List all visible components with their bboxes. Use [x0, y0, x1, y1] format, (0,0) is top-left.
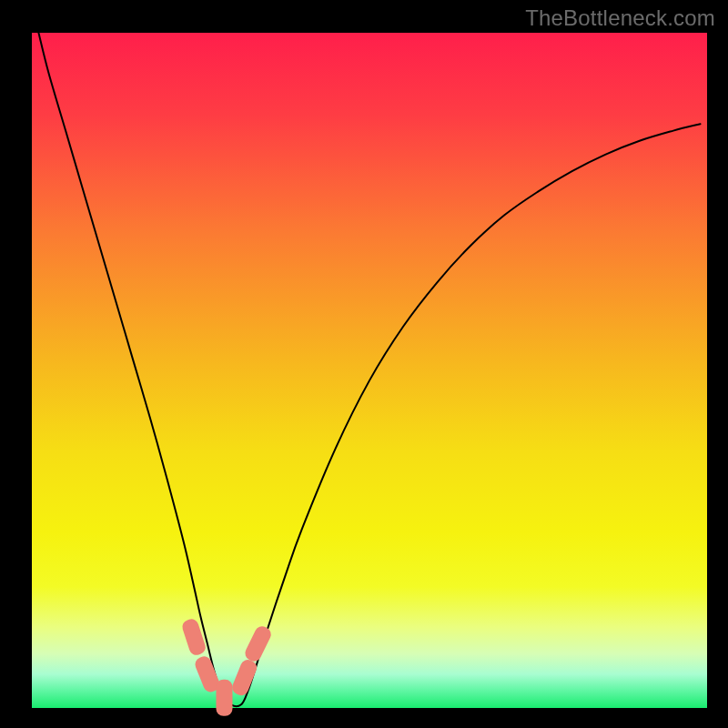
watermark-text: TheBottleneck.com — [525, 5, 715, 31]
chart-plot-area — [32, 33, 707, 708]
curve-marker — [216, 680, 232, 716]
bottleneck-chart — [0, 0, 728, 728]
